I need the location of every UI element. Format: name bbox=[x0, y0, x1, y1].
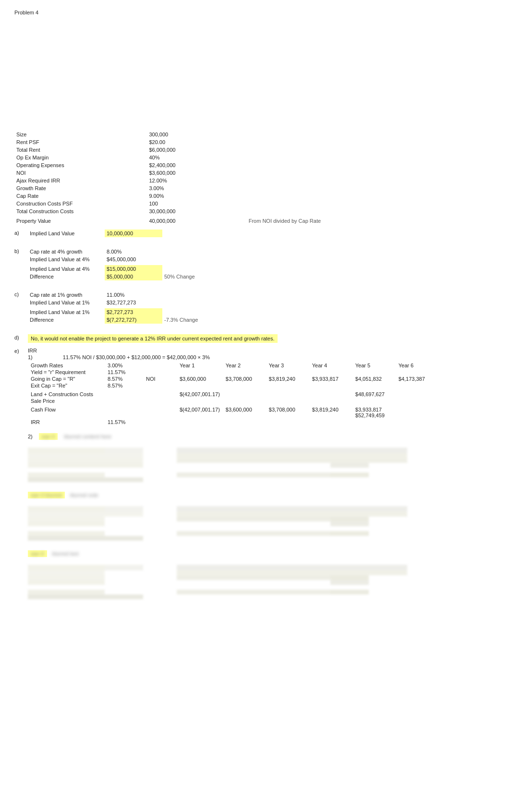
noi-y4: $3,933,817 bbox=[309, 376, 352, 382]
part-a-label: a) bbox=[14, 230, 28, 242]
input-value: 40,000,000 bbox=[147, 217, 246, 225]
sub4-highlight: ean 0 bbox=[28, 550, 47, 557]
sub3-section: ean 0 blurred blurred note bbox=[28, 492, 496, 541]
part-a: a) Implied Land Value 10,000,000 bbox=[14, 230, 496, 242]
input-label: Growth Rate bbox=[14, 184, 147, 192]
input-note bbox=[247, 207, 496, 215]
growth-rates-val: 3.00% bbox=[105, 362, 143, 369]
inputs-table: Size 300,000 Rent PSF $20.00 Total Rent … bbox=[14, 131, 496, 225]
yield-r-label: Yield = "r" Requirement bbox=[28, 369, 105, 376]
input-value: 300,000 bbox=[147, 131, 246, 138]
input-value: 100 bbox=[147, 200, 246, 207]
input-row: Total Construction Costs 30,000,000 bbox=[14, 207, 496, 215]
input-value: 30,000,000 bbox=[147, 207, 246, 215]
input-note bbox=[247, 131, 496, 138]
input-label: Property Value bbox=[14, 217, 147, 225]
input-label: Ajax Required IRR bbox=[14, 177, 147, 184]
irr-formula: 11.57% NOI / $30,000,000 + $12,000,000 =… bbox=[63, 354, 210, 360]
year4-label: Year 4 bbox=[309, 362, 352, 369]
sub2-label: 2) bbox=[28, 434, 33, 439]
input-row: Size 300,000 bbox=[14, 131, 496, 138]
year2-label: Year 2 bbox=[223, 362, 266, 369]
irr-result-row: IRR 11.57% bbox=[28, 419, 439, 425]
input-value: $3,600,000 bbox=[147, 169, 246, 177]
input-note bbox=[247, 200, 496, 207]
going-in-cap-label: Going in Cap = "R" bbox=[28, 376, 105, 382]
input-value: $20.00 bbox=[147, 138, 246, 146]
part-c-label: c) bbox=[14, 291, 28, 328]
irr-result-val: 11.57% bbox=[105, 419, 143, 425]
input-note bbox=[247, 138, 496, 146]
implied-land-1pct-highlight-row: Implied Land Value at 1% $2,727,273 bbox=[28, 308, 306, 316]
cf-y0: $(42,007,001.17) bbox=[177, 406, 223, 419]
year1-label: Year 1 bbox=[177, 362, 223, 369]
implied-land-1pct-row: Implied Land Value at 1% $32,727,273 bbox=[28, 299, 306, 306]
input-row: Cap Rate 9.00% bbox=[14, 192, 496, 200]
input-row: Property Value 40,000,000 From NOI divid… bbox=[14, 217, 496, 225]
input-label: Size bbox=[14, 131, 147, 138]
input-label: Cap Rate bbox=[14, 192, 147, 200]
input-note bbox=[247, 169, 496, 177]
land-construction-label: Land + Construction Costs bbox=[28, 391, 105, 398]
exit-cap-row: Exit Cap = "Re" 8.57% bbox=[28, 382, 439, 389]
input-value: $6,000,000 bbox=[147, 146, 246, 154]
exit-cap-val: 8.57% bbox=[105, 382, 143, 389]
land-construction-row: Land + Construction Costs $(42,007,001.1… bbox=[28, 391, 439, 398]
cap-1pct-row: Cap rate at 1% growth 11.00% bbox=[28, 291, 306, 299]
part-e-label: e) bbox=[14, 348, 28, 599]
cash-flow-row: Cash Flow $(42,007,001.17) $3,600,000 $3… bbox=[28, 406, 439, 419]
part-c: c) Cap rate at 1% growth 11.00% Implied … bbox=[14, 291, 496, 328]
growth-rates-row: Growth Rates 3.00% Year 1 Year 2 Year 3 … bbox=[28, 362, 439, 369]
difference-c-row: Difference $(7,272,727) -7.3% Change bbox=[28, 316, 306, 324]
sale-price-label-row: Sale Price bbox=[28, 398, 439, 404]
sub2-highlight: ean 0 bbox=[39, 433, 58, 440]
input-value: $2,400,000 bbox=[147, 161, 246, 169]
year3-label: Year 3 bbox=[266, 362, 309, 369]
input-note bbox=[247, 177, 496, 184]
irr-sub1: 1) bbox=[28, 354, 33, 360]
yield-r-val: 11.57% bbox=[105, 369, 143, 376]
input-label: NOI bbox=[14, 169, 147, 177]
input-value: 3.00% bbox=[147, 184, 246, 192]
input-row: Rent PSF $20.00 bbox=[14, 138, 496, 146]
sub2-section: 2) ean 0 blurred content here bbox=[28, 433, 496, 440]
year6-label: Year 6 bbox=[396, 362, 439, 369]
part-d-text: No, it would not enable the project to g… bbox=[28, 334, 278, 343]
input-note bbox=[247, 154, 496, 161]
sub3-highlight: ean 0 blurred bbox=[28, 492, 65, 498]
noi-y5: $4,051,832 bbox=[352, 376, 396, 382]
exit-cap-label: Exit Cap = "Re" bbox=[28, 382, 105, 389]
implied-land-4pct-highlight-row: Implied Land Value at 4% $15,000,000 bbox=[28, 265, 306, 273]
input-note bbox=[247, 192, 496, 200]
implied-land-value-label: Implied Land Value bbox=[28, 230, 105, 237]
sale-price-val: $48,697,627 bbox=[352, 391, 396, 398]
input-label: Rent PSF bbox=[14, 138, 147, 146]
cashflow-table-1: Growth Rates 3.00% Year 1 Year 2 Year 3 … bbox=[28, 362, 439, 425]
going-in-cap-row: Going in Cap = "R" 8.57% NOI $3,600,000 … bbox=[28, 376, 439, 382]
input-row: Op Ex Margin 40% bbox=[14, 154, 496, 161]
input-row: Construction Costs PSF 100 bbox=[14, 200, 496, 207]
implied-land-value-row: Implied Land Value 10,000,000 bbox=[28, 230, 306, 237]
irr-header: IRR bbox=[28, 348, 496, 353]
input-note bbox=[247, 161, 496, 169]
growth-rates-label: Growth Rates bbox=[28, 362, 105, 369]
part-d: d) No, it would not enable the project t… bbox=[14, 334, 496, 343]
input-label: Total Construction Costs bbox=[14, 207, 147, 215]
part-b-label: b) bbox=[14, 248, 28, 285]
difference-b-row: Difference $5,000,000 50% Change bbox=[28, 273, 306, 280]
noi-col-label: NOI bbox=[143, 376, 177, 382]
part-e: e) IRR 1) 11.57% NOI / $30,000,000 + $12… bbox=[14, 348, 496, 599]
cf-y3: $3,819,240 bbox=[309, 406, 352, 419]
input-label: Operating Expenses bbox=[14, 161, 147, 169]
page-title: Problem 4 bbox=[14, 10, 496, 15]
noi-y1: $3,600,000 bbox=[177, 376, 223, 382]
cf-y2: $3,708,000 bbox=[266, 406, 309, 419]
irr-sub1-row: 1) 11.57% NOI / $30,000,000 + $12,000,00… bbox=[28, 354, 496, 360]
yield-r-row: Yield = "r" Requirement 11.57% bbox=[28, 369, 439, 376]
input-row: NOI $3,600,000 bbox=[14, 169, 496, 177]
part-b: b) Cap rate at 4% growth 8.00% Implied L… bbox=[14, 248, 496, 285]
sale-price-label: Sale Price bbox=[28, 398, 105, 404]
input-value: 9.00% bbox=[147, 192, 246, 200]
noi-y6: $4,173,387 bbox=[396, 376, 439, 382]
input-label: Construction Costs PSF bbox=[14, 200, 147, 207]
